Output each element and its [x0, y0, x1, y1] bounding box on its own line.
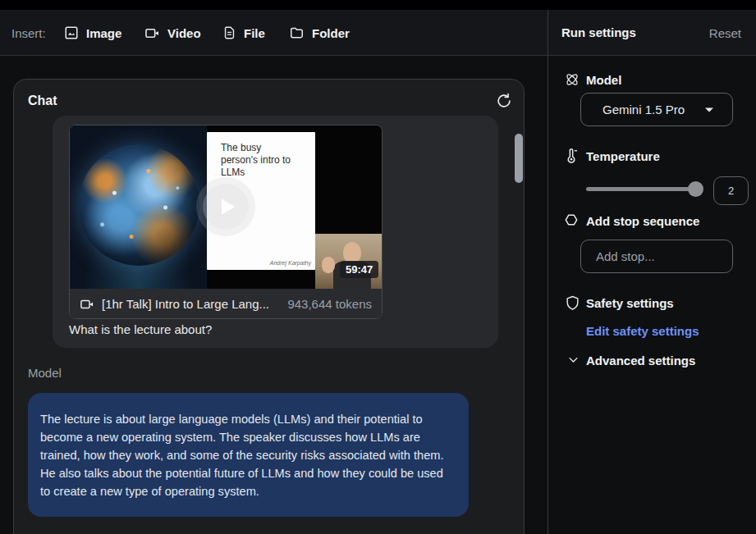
- insert-folder-label: Folder: [312, 26, 350, 40]
- file-icon: [222, 25, 236, 40]
- user-message: What is the lecture about?: [69, 322, 212, 336]
- insert-file-label: File: [244, 26, 265, 40]
- model-dropdown[interactable]: Gemini 1.5 Pro: [580, 93, 733, 126]
- insert-image-button[interactable]: Image: [64, 22, 121, 43]
- window-top-strip: [0, 0, 756, 10]
- model-section-label: Model: [586, 73, 621, 87]
- chat-scrollbar[interactable]: [515, 134, 523, 183]
- insert-file-button[interactable]: File: [222, 22, 265, 43]
- model-role-label: Model: [28, 366, 62, 380]
- temperature-value: 2: [728, 185, 734, 197]
- safety-settings-label: Safety settings: [586, 296, 674, 310]
- insert-folder-button[interactable]: Folder: [289, 22, 350, 43]
- video-file-title: [1hr Talk] Intro to Large Lang...: [102, 297, 269, 311]
- temperature-icon: [563, 148, 580, 164]
- stop-sequence-icon: [563, 212, 580, 229]
- insert-image-label: Image: [86, 26, 121, 40]
- videocam-icon: [80, 297, 94, 312]
- image-icon: [64, 25, 79, 40]
- chat-card: Chat The busy person's intro to LLMs And…: [13, 79, 525, 534]
- edit-safety-settings-link[interactable]: Edit safety settings: [586, 324, 699, 338]
- video-attachment-card[interactable]: The busy person's intro to LLMs Andrej K…: [69, 125, 383, 319]
- play-icon[interactable]: [203, 184, 249, 230]
- stop-sequence-label: Add stop sequence: [586, 214, 699, 228]
- model-response-bubble: The lecture is about large language mode…: [28, 393, 469, 517]
- video-duration-badge: 59:47: [340, 261, 378, 278]
- panel-divider: [548, 10, 548, 534]
- insert-label: Insert:: [11, 26, 46, 40]
- stop-sequence-input[interactable]: [580, 240, 733, 273]
- user-turn: The busy person's intro to LLMs Andrej K…: [53, 116, 498, 348]
- video-icon: [144, 25, 160, 41]
- temperature-label: Temperature: [586, 149, 660, 163]
- video-token-count: 943,644 tokens: [287, 297, 372, 311]
- temperature-slider-track[interactable]: [586, 187, 703, 191]
- temperature-slider-thumb[interactable]: [688, 181, 703, 197]
- chevron-down-icon: [704, 107, 714, 113]
- reset-button[interactable]: Reset: [709, 26, 741, 40]
- folder-icon: [289, 25, 305, 40]
- insert-video-label: Video: [167, 26, 201, 40]
- slide-title: The busy person's intro to LLMs: [221, 142, 300, 179]
- insert-video-button[interactable]: Video: [144, 22, 201, 43]
- chat-title: Chat: [28, 94, 57, 108]
- advanced-chevron-icon[interactable]: [567, 354, 584, 370]
- thumbnail-sphere-art: [70, 126, 207, 289]
- video-thumbnail[interactable]: The busy person's intro to LLMs Andrej K…: [70, 126, 382, 289]
- shield-icon: [565, 294, 581, 311]
- temperature-value-box[interactable]: 2: [713, 176, 749, 205]
- model-icon: [564, 71, 580, 88]
- refresh-icon[interactable]: [495, 92, 515, 112]
- slide-author: Andrej Karpathy: [270, 260, 311, 266]
- model-dropdown-value: Gemini 1.5 Pro: [603, 103, 685, 116]
- video-caption-row: [1hr Talk] Intro to Large Lang... 943,64…: [70, 289, 382, 319]
- advanced-settings-toggle[interactable]: Advanced settings: [586, 354, 695, 367]
- run-settings-title: Run settings: [561, 25, 636, 39]
- model-response-text: The lecture is about large language mode…: [40, 410, 456, 500]
